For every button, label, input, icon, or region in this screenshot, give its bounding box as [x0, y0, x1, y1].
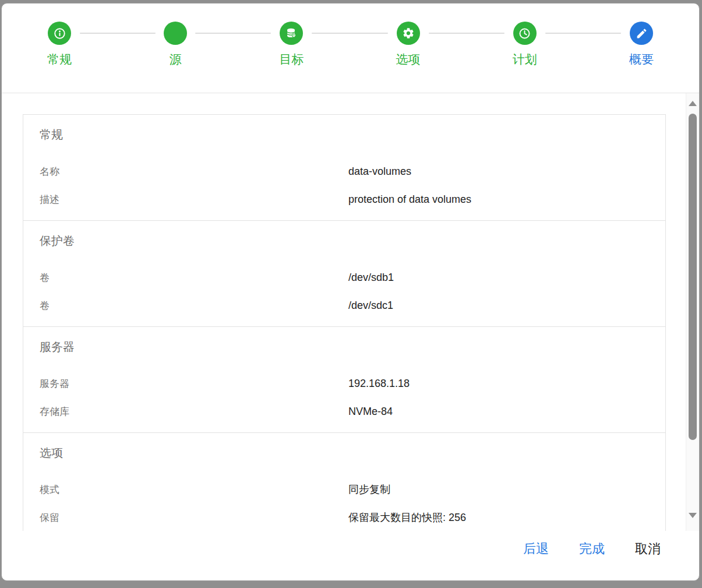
- wizard-stepper: 常规 源 目标 选项 计划 概要: [2, 3, 699, 93]
- summary-content: 常规 名称 data-volumes 描述 protection of data…: [2, 93, 699, 531]
- wizard-footer: 后退 完成 取消: [2, 531, 699, 580]
- summary-panel: 常规 名称 data-volumes 描述 protection of data…: [23, 114, 666, 531]
- step-label: 概要: [629, 52, 654, 66]
- step-source[interactable]: 源: [164, 3, 187, 66]
- row-label: 卷: [40, 299, 348, 312]
- row-label: 卷: [40, 271, 348, 284]
- gear-icon: [397, 22, 420, 45]
- step-summary[interactable]: 概要: [629, 3, 654, 66]
- clock-icon: [513, 22, 537, 45]
- row-value: 同步复制: [348, 483, 390, 497]
- section-protected-volumes: 保护卷 卷 /dev/sdb1 卷 /dev/sdc1: [23, 220, 665, 326]
- pencil-icon: [630, 22, 653, 45]
- summary-row: 名称 data-volumes: [23, 157, 665, 185]
- row-value: data-volumes: [348, 166, 411, 178]
- section-title: 服务器: [40, 339, 665, 355]
- summary-row: 描述 protection of data volumes: [23, 185, 665, 213]
- step-label: 源: [170, 52, 182, 66]
- summary-row: 卷 /dev/sdb1: [23, 263, 665, 291]
- row-value: /dev/sdb1: [348, 272, 394, 284]
- summary-row: 卷 /dev/sdc1: [23, 291, 665, 319]
- summary-row: 模式 同步复制: [23, 476, 665, 504]
- section-title: 常规: [40, 126, 665, 143]
- row-label: 服务器: [40, 377, 348, 390]
- section-general: 常规 名称 data-volumes 描述 protection of data…: [23, 115, 665, 220]
- summary-row: 保留 保留最大数目的快照: 256: [23, 504, 665, 531]
- scroll-down-button[interactable]: [689, 513, 697, 518]
- step-label: 选项: [396, 52, 421, 66]
- step-general[interactable]: 常规: [47, 3, 72, 66]
- step-connector: [429, 33, 505, 34]
- step-schedule[interactable]: 计划: [513, 3, 537, 66]
- step-options[interactable]: 选项: [396, 3, 421, 66]
- step-connector: [312, 33, 387, 34]
- step-label: 计划: [513, 52, 537, 66]
- step-connector: [80, 33, 156, 34]
- scrollbar-thumb[interactable]: [689, 114, 697, 440]
- summary-row: 存储库 NVMe-84: [23, 397, 665, 425]
- row-value: 保留最大数目的快照: 256: [348, 510, 466, 524]
- row-value: NVMe-84: [348, 406, 393, 418]
- row-label: 保留: [40, 511, 348, 524]
- section-options: 选项 模式 同步复制 保留 保留最大数目的快照: 256: [23, 432, 665, 531]
- row-label: 存储库: [40, 405, 348, 418]
- summary-row: 服务器 192.168.1.18: [23, 369, 665, 397]
- row-label: 模式: [40, 483, 348, 497]
- row-value: /dev/sdc1: [348, 300, 393, 312]
- step-connector: [195, 33, 271, 34]
- step-connector: [545, 33, 621, 34]
- back-button[interactable]: 后退: [521, 540, 551, 558]
- section-server: 服务器 服务器 192.168.1.18 存储库 NVMe-84: [23, 326, 665, 432]
- row-label: 名称: [40, 165, 348, 178]
- wizard-dialog: 常规 源 目标 选项 计划 概要 常规 名称 data-volumes 描述 p…: [1, 3, 700, 581]
- info-icon: [48, 22, 71, 45]
- row-label: 描述: [40, 193, 348, 206]
- step-label: 目标: [279, 52, 304, 66]
- section-title: 选项: [40, 445, 665, 461]
- scroll-up-button[interactable]: [689, 101, 697, 106]
- row-value: protection of data volumes: [348, 193, 471, 206]
- scrollbar[interactable]: [686, 93, 699, 531]
- cancel-button[interactable]: 取消: [633, 540, 663, 558]
- step-circle: [164, 22, 187, 45]
- row-value: 192.168.1.18: [348, 378, 410, 390]
- section-title: 保护卷: [40, 233, 665, 249]
- database-pin-icon: [280, 22, 303, 45]
- finish-button[interactable]: 完成: [577, 540, 607, 558]
- step-label: 常规: [47, 52, 72, 66]
- step-target[interactable]: 目标: [279, 3, 304, 66]
